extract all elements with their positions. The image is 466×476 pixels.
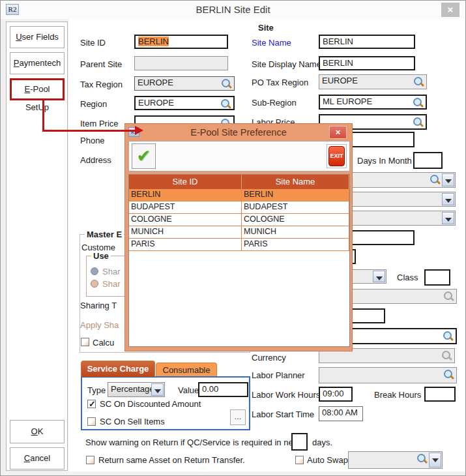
po-tax-region-input[interactable]: EUROPE [319,74,427,89]
checkmark-icon: ✔ [132,144,155,168]
more-options-button[interactable]: ... [230,409,246,425]
chevron-down-icon[interactable] [442,173,454,186]
po-tax-region-value: EUROPE [322,76,358,85]
calculate-checkbox[interactable] [81,338,89,346]
class-label: Class [397,273,418,282]
return-same-asset-checkbox[interactable] [86,456,95,464]
search-icon[interactable] [413,97,424,108]
value-input[interactable]: 0.00 [198,382,248,397]
site-display-name-label: Site Display Name [252,59,321,69]
table-row[interactable]: BUDAPEST BUDAPEST [129,201,349,214]
currency-label: Currency [252,353,286,363]
close-icon[interactable]: × [441,3,459,17]
site-id-cell: PARIS [129,239,242,250]
user-fields-button[interactable]: User Fields [10,26,65,48]
table-row[interactable]: PARIS PARIS [129,239,349,251]
use-group-legend: Use [91,251,111,261]
popup-close-icon[interactable]: × [329,126,347,139]
paymentech-label: aymentech [20,58,61,68]
sc-discounted-checkbox[interactable] [87,400,96,408]
table-row[interactable]: COLOGNE COLOGNE [129,214,349,226]
search-icon[interactable] [416,453,428,464]
site-display-name-input[interactable]: BERLIN [319,56,415,70]
parent-site-label: Parent Site [80,59,122,69]
labor-start-time-input[interactable]: 08:00 AM [319,406,363,421]
table-row[interactable]: MUNICH MUNICH [129,226,349,239]
days-in-month-input[interactable] [413,152,443,169]
tab-consumable[interactable]: Consumable [156,363,217,377]
chevron-down-icon[interactable] [373,271,385,282]
site-name-cell: PARIS [242,239,349,250]
ok-button[interactable]: OK [10,420,65,443]
chevron-down-icon[interactable] [442,193,454,205]
share-radio-1[interactable] [91,267,98,275]
type-dropdown[interactable]: Percentage [108,382,165,397]
epool-setup-button[interactable]: E-Pool SetUp [10,78,65,100]
sub-region-label: Sub-Region [252,98,297,108]
labor-start-time-value: 08:00 AM [322,408,358,417]
region-value: EUROPE [138,98,174,108]
auto-swap-label: Auto Swap [307,455,348,465]
auto-swap-checkbox[interactable] [295,456,304,464]
tax-region-label: Tax Region [80,80,123,89]
region-label: Region [80,99,107,109]
annotation-arrow-line [42,100,44,132]
paymentech-button[interactable]: Paymentech [10,52,65,74]
chevron-down-icon[interactable] [442,212,454,224]
break-hours-label: Break Hours [374,390,421,400]
sub-region-input[interactable]: ML EUROPE [319,95,427,110]
calculate-label: Calcu [93,338,114,348]
search-icon[interactable] [220,98,231,110]
sc-sell-items-checkbox[interactable] [87,417,96,426]
ok-mnemonic: O [31,426,38,436]
search-icon[interactable] [413,117,424,128]
tax-region-input[interactable]: EUROPE [134,76,235,91]
site-table: Site ID Site Name BERLIN BERLIN BUDAPEST… [128,174,350,347]
exit-button[interactable]: EXIT [327,144,347,168]
return-warning-label: Show warning on Return if QC/Service is … [85,438,300,447]
sc-sell-items-label: SC On Sell Items [100,417,165,426]
break-hours-input[interactable] [424,387,456,402]
site-name-cell: COLOGNE [242,214,349,226]
table-row[interactable]: BERLIN BERLIN [129,189,349,201]
po-tax-region-label: PO Tax Region [252,78,308,87]
tab-service-charge[interactable]: Service Charge [81,361,155,377]
site-name-input[interactable]: BERLIN [319,35,415,49]
search-icon[interactable] [430,174,441,185]
accept-button[interactable]: ✔ [132,143,156,169]
chevron-down-icon[interactable] [151,383,164,396]
labor-start-time-label: Labor Start Time [252,409,314,419]
epool-mnemonic: E [24,84,30,94]
table-header-row: Site ID Site Name [129,175,349,189]
phone-label: Phone [80,136,105,145]
site-id-column-header[interactable]: Site ID [129,175,242,189]
parent-site-input[interactable] [134,56,228,70]
search-icon[interactable] [221,78,232,89]
popup-title: E-Pool Site Preference [125,124,352,141]
site-name-cell: BERLIN [242,189,349,201]
search-icon[interactable] [413,76,424,87]
days-suffix-label: days. [312,438,332,447]
labor-planner-input[interactable] [319,367,457,383]
auto-swap-combo[interactable] [348,451,443,469]
cancel-button[interactable]: Cancel [10,447,65,469]
site-display-name-value: BERLIN [323,58,353,68]
type-value: Percentage [111,384,154,394]
share-radio-2[interactable] [91,280,98,288]
class-input[interactable] [424,269,450,286]
site-name-column-header[interactable]: Site Name [242,175,349,189]
master-group-legend: Master E [85,230,124,239]
site-name-cell: BUDAPEST [242,201,349,213]
search-icon[interactable] [443,331,454,342]
labor-work-hours-value: 09:00 [323,389,344,398]
warning-days-input[interactable] [291,433,308,451]
labor-work-hours-input[interactable]: 09:00 [319,387,353,402]
site-id-label: Site ID [80,38,106,48]
chevron-down-icon[interactable] [429,453,441,468]
search-icon[interactable] [443,369,454,380]
region-input[interactable]: EUROPE [134,96,235,110]
search-icon [443,291,454,302]
apply-sharing-label: Apply Sha [80,320,119,330]
site-id-input[interactable]: BERLIN [134,35,228,49]
site-id-cell: BERLIN [129,189,242,201]
